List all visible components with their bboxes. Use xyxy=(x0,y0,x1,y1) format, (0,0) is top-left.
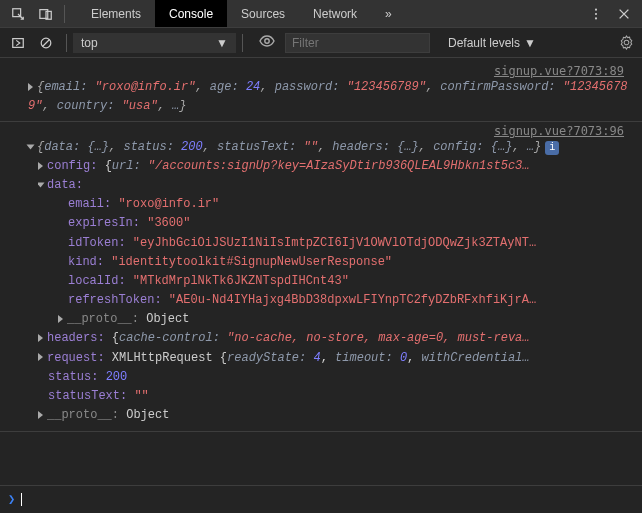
object-property[interactable]: __proto__: Object xyxy=(58,310,634,329)
object-property: expiresIn: "3600" xyxy=(58,214,634,233)
object-property[interactable]: request: XMLHttpRequest {readyState: 4, … xyxy=(38,349,634,368)
svg-point-4 xyxy=(595,12,597,14)
object-property[interactable]: config: {url: "/accounts:signUp?key=AIza… xyxy=(38,157,634,176)
tab-overflow[interactable]: » xyxy=(371,0,406,27)
console-prompt[interactable]: ❯ xyxy=(0,485,642,513)
console-toolbar: top ▼ Default levels ▼ xyxy=(0,28,642,58)
panel-tabs: Elements Console Sources Network » xyxy=(77,0,406,27)
object-property: kind: "identitytoolkit#SignupNewUserResp… xyxy=(58,253,634,272)
object-property: status: 200 xyxy=(38,368,634,387)
log-entry: signup.vue?7073:89 {email: "roxo@info.ir… xyxy=(0,62,642,122)
chevron-down-icon: ▼ xyxy=(524,36,536,50)
svg-point-8 xyxy=(265,39,269,43)
svg-point-5 xyxy=(595,17,597,19)
tab-network[interactable]: Network xyxy=(299,0,371,27)
console-output: signup.vue?7073:89 {email: "roxo@info.ir… xyxy=(0,58,642,485)
kebab-menu-icon[interactable] xyxy=(582,0,610,28)
console-input[interactable] xyxy=(22,493,634,507)
device-toolbar-icon[interactable] xyxy=(32,0,60,28)
object-property[interactable]: data: xyxy=(38,176,634,195)
expand-arrow-icon[interactable] xyxy=(58,315,63,323)
live-expression-icon[interactable] xyxy=(259,33,275,52)
console-settings-icon[interactable] xyxy=(614,35,638,50)
log-entry: signup.vue?7073:96 {data: {…}, status: 2… xyxy=(0,122,642,432)
filter-input[interactable] xyxy=(285,33,430,53)
collapse-arrow-icon[interactable] xyxy=(27,145,35,150)
main-toolbar: Elements Console Sources Network » xyxy=(0,0,642,28)
expand-arrow-icon[interactable] xyxy=(38,411,43,419)
expand-arrow-icon[interactable] xyxy=(38,162,43,170)
svg-point-3 xyxy=(595,8,597,10)
object-property: idToken: "eyJhbGciOiJSUzI1NiIsImtpZCI6Ij… xyxy=(58,234,634,253)
source-link[interactable]: signup.vue?7073:96 xyxy=(8,124,634,138)
source-link[interactable]: signup.vue?7073:89 xyxy=(8,64,634,78)
log-level-selector[interactable]: Default levels ▼ xyxy=(440,36,544,50)
expand-arrow-icon[interactable] xyxy=(38,353,43,361)
object-property[interactable]: headers: {cache-control: "no-cache, no-s… xyxy=(38,329,634,348)
clear-console-icon[interactable] xyxy=(32,29,60,57)
info-icon[interactable]: i xyxy=(545,141,559,155)
object-summary[interactable]: {email: "roxo@info.ir", age: 24, passwor… xyxy=(8,78,634,115)
close-icon[interactable] xyxy=(610,0,638,28)
expand-arrow-icon[interactable] xyxy=(38,334,43,342)
object-property: localId: "MTkdMrplNkTk6JKZNTspdIHCnt43" xyxy=(58,272,634,291)
level-label: Default levels xyxy=(448,36,520,50)
chevron-down-icon: ▼ xyxy=(216,36,228,50)
object-property: email: "roxo@info.ir" xyxy=(58,195,634,214)
object-property: statusText: "" xyxy=(38,387,634,406)
prompt-caret-icon: ❯ xyxy=(8,492,15,507)
tab-console[interactable]: Console xyxy=(155,0,227,27)
inspect-element-icon[interactable] xyxy=(4,0,32,28)
expand-arrow-icon[interactable] xyxy=(28,83,33,91)
object-property[interactable]: __proto__: Object xyxy=(38,406,634,425)
object-property: refreshToken: "AE0u-Nd4IYHajxg4BbD38dpxw… xyxy=(58,291,634,310)
toggle-sidebar-icon[interactable] xyxy=(4,29,32,57)
tab-elements[interactable]: Elements xyxy=(77,0,155,27)
context-selector[interactable]: top ▼ xyxy=(73,33,236,53)
object-summary[interactable]: {data: {…}, status: 200, statusText: "",… xyxy=(8,138,634,157)
svg-rect-6 xyxy=(13,38,24,47)
tab-sources[interactable]: Sources xyxy=(227,0,299,27)
context-label: top xyxy=(81,36,98,50)
collapse-arrow-icon[interactable] xyxy=(38,182,45,187)
